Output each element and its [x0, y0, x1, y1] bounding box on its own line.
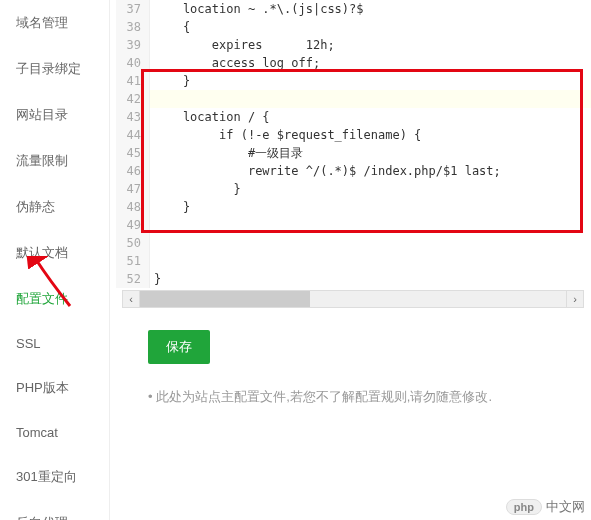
- line-number: 48: [120, 198, 141, 216]
- code-line[interactable]: }: [150, 180, 591, 198]
- line-number: 38: [120, 18, 141, 36]
- sidebar-item-domain[interactable]: 域名管理: [0, 0, 109, 46]
- code-line[interactable]: }: [150, 198, 591, 216]
- sidebar-item-tomcat[interactable]: Tomcat: [0, 411, 109, 454]
- line-number: 50: [120, 234, 141, 252]
- save-button[interactable]: 保存: [148, 330, 210, 364]
- line-number: 52: [120, 270, 141, 288]
- main-panel: 37383940414243444546474849505152 locatio…: [110, 0, 591, 520]
- code-line[interactable]: access_log off;: [150, 54, 591, 72]
- config-hint-text: 此处为站点主配置文件,若您不了解配置规则,请勿随意修改.: [156, 389, 492, 404]
- line-number: 51: [120, 252, 141, 270]
- sidebar-item-proxy[interactable]: 反向代理: [0, 500, 109, 520]
- watermark-badge: php: [506, 499, 542, 515]
- code-line[interactable]: location / {: [150, 108, 591, 126]
- code-editor[interactable]: 37383940414243444546474849505152 locatio…: [116, 0, 591, 288]
- line-number: 46: [120, 162, 141, 180]
- line-number: 41: [120, 72, 141, 90]
- sidebar-item-config[interactable]: 配置文件: [0, 276, 109, 322]
- scroll-left-button[interactable]: ‹: [122, 290, 140, 308]
- code-line[interactable]: if (!-e $request_filename) {: [150, 126, 591, 144]
- horizontal-scrollbar[interactable]: ‹ ›: [122, 290, 584, 308]
- scroll-thumb[interactable]: [140, 291, 310, 307]
- code-line[interactable]: [150, 216, 591, 234]
- code-line[interactable]: [150, 90, 591, 108]
- code-line[interactable]: [150, 234, 591, 252]
- sidebar-item-php[interactable]: PHP版本: [0, 365, 109, 411]
- line-number: 40: [120, 54, 141, 72]
- code-line[interactable]: #一级目录: [150, 144, 591, 162]
- sidebar-item-traffic[interactable]: 流量限制: [0, 138, 109, 184]
- sidebar: 域名管理 子目录绑定 网站目录 流量限制 伪静态 默认文档 配置文件 SSL P…: [0, 0, 110, 520]
- line-number: 49: [120, 216, 141, 234]
- config-hint: • 此处为站点主配置文件,若您不了解配置规则,请勿随意修改.: [148, 388, 591, 406]
- line-number: 37: [120, 0, 141, 18]
- watermark: php 中文网: [506, 498, 585, 516]
- code-line[interactable]: rewrite ^/(.*)$ /index.php/$1 last;: [150, 162, 591, 180]
- sidebar-item-subdir[interactable]: 子目录绑定: [0, 46, 109, 92]
- line-number: 42: [120, 90, 141, 108]
- line-number: 47: [120, 180, 141, 198]
- sidebar-item-rewrite[interactable]: 伪静态: [0, 184, 109, 230]
- scroll-track[interactable]: [140, 290, 566, 308]
- sidebar-item-ssl[interactable]: SSL: [0, 322, 109, 365]
- line-number: 45: [120, 144, 141, 162]
- code-line[interactable]: [150, 252, 591, 270]
- line-gutter: 37383940414243444546474849505152: [116, 0, 150, 288]
- line-number: 43: [120, 108, 141, 126]
- watermark-text: 中文网: [546, 498, 585, 516]
- code-line[interactable]: {: [150, 18, 591, 36]
- code-content[interactable]: location ~ .*\.(js|css)?$ { expires 12h;…: [150, 0, 591, 288]
- code-line[interactable]: location ~ .*\.(js|css)?$: [150, 0, 591, 18]
- code-line[interactable]: expires 12h;: [150, 36, 591, 54]
- sidebar-item-default-doc[interactable]: 默认文档: [0, 230, 109, 276]
- scroll-right-button[interactable]: ›: [566, 290, 584, 308]
- code-line[interactable]: }: [150, 72, 591, 90]
- line-number: 44: [120, 126, 141, 144]
- sidebar-item-301[interactable]: 301重定向: [0, 454, 109, 500]
- sidebar-item-webroot[interactable]: 网站目录: [0, 92, 109, 138]
- line-number: 39: [120, 36, 141, 54]
- code-line[interactable]: }: [150, 270, 591, 288]
